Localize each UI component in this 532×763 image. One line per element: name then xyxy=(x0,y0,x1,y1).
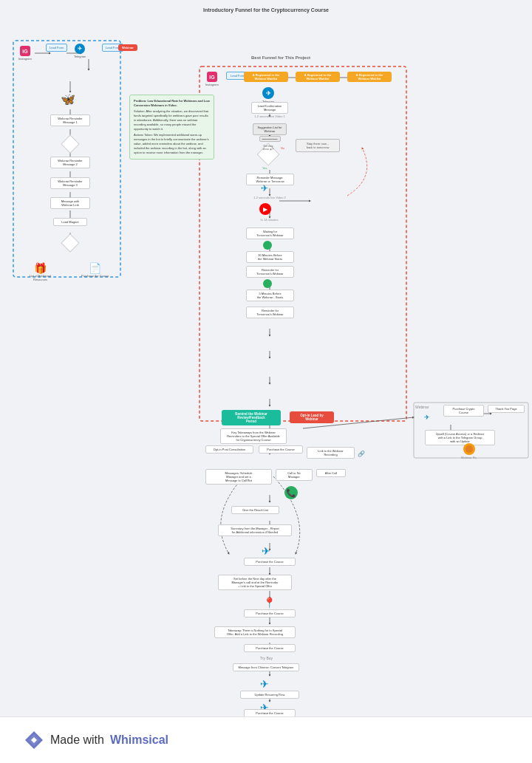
ig-top-node: IG Instagram xyxy=(205,72,219,86)
webinar-button-top[interactable]: Webinar xyxy=(118,44,137,51)
yes-label: Yes xyxy=(262,166,267,170)
telegram-right-icon: ✈ xyxy=(424,414,430,421)
webinar-msg1-node: Webinar ReminderMessage 1 xyxy=(50,114,90,126)
telegram-send2: ✈ xyxy=(262,545,270,557)
yellow-box1: A Registered in theWebinar Waitlist xyxy=(244,72,288,82)
summary-manager-node: Summary from the Manager - Reportfor Add… xyxy=(218,524,292,536)
footer-brand: Whimsical xyxy=(110,733,168,747)
yellow-box3: A Registered in theWebinar Waitlist xyxy=(347,72,392,82)
link-icon: 🔗 xyxy=(358,451,365,457)
diamond1-node xyxy=(61,134,79,153)
orange-circle-right xyxy=(463,443,475,455)
best-funnel-label: Best Funnel for This Project xyxy=(251,55,310,60)
green-circle1 xyxy=(263,241,272,250)
live-video1-node: 1-2 second live Video 1 xyxy=(251,114,288,118)
telegram-icon3: ✈ xyxy=(260,678,269,690)
review-webinar-box: Remind the Webinar Review/Feedback Perio… xyxy=(222,410,281,425)
purchase3-node: Purchase the Course xyxy=(244,609,296,617)
call-no-manager-node: Call to NoManager xyxy=(276,469,313,481)
did-show-diamond-node xyxy=(256,143,279,165)
set-before-next-node: Set before the Next day after the Manage… xyxy=(218,575,292,590)
msg-schedule-node: Messages: Schedule Manager and set a Mes… xyxy=(205,469,272,485)
green-circle2 xyxy=(263,279,272,288)
update-recurring-node: Update Recurring Flow xyxy=(240,691,299,699)
footer: Made with Whimsical xyxy=(0,716,532,763)
reminder-msg-node: Reminder Message:Webinar or Tomorrow xyxy=(246,174,294,185)
key-takeaways-node: Key Takeaways from the Webinar Reminders… xyxy=(220,428,287,444)
webinar-msg3-node: Webinar ReminderMessage 3 xyxy=(50,177,90,189)
footer-logo[interactable]: Made with Whimsical xyxy=(24,730,168,750)
followup-diamond-node xyxy=(61,233,79,252)
purchase-crypto-node: Purchase Crypto Course xyxy=(443,405,484,417)
webinar-right-label: Webinar xyxy=(415,405,429,409)
annotation-box: Problem: Low Educational Rate for Webina… xyxy=(129,95,214,160)
reminder-tomorrow-node: Reminder forTomorrow's Webinar xyxy=(246,266,294,278)
purchase2-node: Purchase the Course xyxy=(244,558,296,566)
youtube-icon: ▶ xyxy=(259,203,271,215)
telegram-send1: ✈ xyxy=(261,183,268,194)
waiting-webinar-node: Waiting forTomorrow's Webinar xyxy=(246,227,294,239)
diagram-title: Introductory Funnel for the Cryptocurren… xyxy=(203,7,329,13)
webinar-link-msg-node: Message withWebinar Link xyxy=(50,197,90,209)
right-col-bottom-node: Upsell (Course Access) or a Redirect wit… xyxy=(425,430,495,445)
reminder5-node: 5 Minutes Beforethe Webinar - Starts xyxy=(246,290,294,301)
yellow-box2: A Registered in theWebinar Waitlist xyxy=(296,72,340,82)
msg-chinese-node: Message from Chinese: Convert Telegram xyxy=(233,663,299,671)
follow-up-node: 📄 Purchase the Course xyxy=(81,262,109,278)
lead-confirm-node: Lead/ConfirmationMessage xyxy=(251,102,288,114)
reminder-tomorrow2-node: Reminder forTomorrow's Webinar xyxy=(246,307,294,318)
purchase4-node: Purchase the Course xyxy=(244,644,296,652)
takeaway-node: Takeaway: There is Nothing for to Specia… xyxy=(214,626,296,638)
no-branch-box: Stay there now...back to tomorrow xyxy=(296,139,340,152)
try-buy-node: Try Buy xyxy=(260,656,273,660)
webinar-msg2-node: Webinar ReminderMessage 2 xyxy=(50,157,90,168)
diagram-canvas: Introductory Funnel for the Cryptocurren… xyxy=(0,0,532,716)
lead-magnet-bottom-node: 🎁 List of AdditionalResources xyxy=(30,262,51,281)
live-video2-label: 1-2 seconds live Video 2 xyxy=(251,196,288,199)
no-label: No xyxy=(281,146,284,150)
butterfly-icon: 🦋 xyxy=(61,92,75,106)
reminder30-node: 30 Minutes Beforethe Webinar Starts xyxy=(246,251,294,263)
optin-lead-box: Opt-in Lead by Webinar xyxy=(290,411,334,423)
purchase-right-node: Purchase the Course xyxy=(259,445,303,454)
lead-form-node: Lead Form xyxy=(46,44,67,52)
telegram-center-node: ✈ Telegram xyxy=(262,87,274,103)
webinar-re-label: Webinar Re- xyxy=(454,456,484,459)
footer-made-with: Made with xyxy=(50,733,104,747)
whimsical-logo-icon xyxy=(24,730,44,750)
lead-magnet-node: Lead Magnet xyxy=(53,218,87,226)
thank-you-node: Thank You Page xyxy=(488,405,525,413)
svg-rect-0 xyxy=(200,66,406,421)
give-result-list-node: Give the Result List xyxy=(231,506,279,514)
suggestion-list-node: Suggestion List forWebinar ▬▬▬▬▬▬ xyxy=(244,123,296,142)
phone-icon: 📞 xyxy=(284,486,298,499)
in14-label: In 14 minutes xyxy=(256,218,282,222)
optin-post-node: Opt-in Post Consultation xyxy=(205,445,253,454)
purchase5-node: Purchase the Course xyxy=(244,709,296,716)
after-call-node: After Call xyxy=(316,469,346,477)
telegram-left-node: ✈ Telegram xyxy=(74,44,86,58)
instagram-node: IG Instagram xyxy=(18,46,32,61)
map-pin-icon: 📍 xyxy=(263,597,276,609)
link-recording-node: Link to the Webinar Recording xyxy=(307,447,355,459)
